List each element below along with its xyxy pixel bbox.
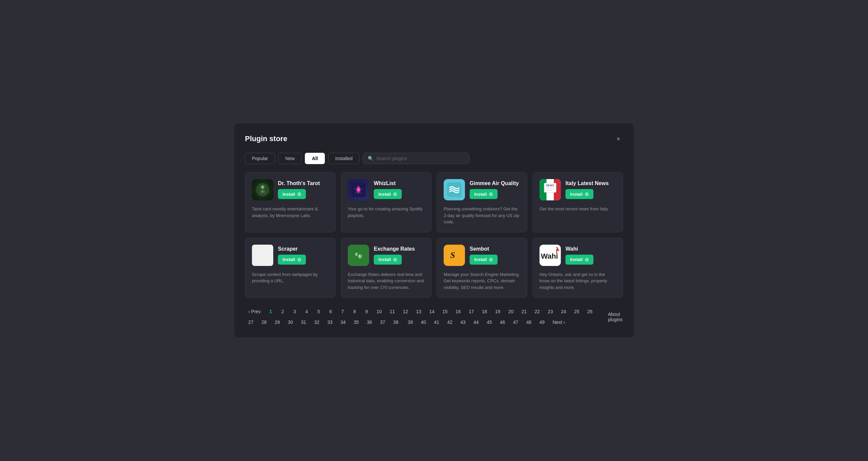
page-btn-11[interactable]: 11 xyxy=(386,307,398,316)
plugins-grid: Dr. Thoth's Tarot Install ⊙ Tarot card n… xyxy=(245,172,623,298)
install-button-whizlist[interactable]: Install ⊙ xyxy=(374,189,402,199)
page-btn-12[interactable]: 12 xyxy=(400,307,412,316)
page-btn-40[interactable]: 40 xyxy=(418,317,430,327)
plugin-icon-exchange: € $ xyxy=(348,245,369,266)
plugin-icon-scraper xyxy=(252,245,273,266)
page-btn-32[interactable]: 32 xyxy=(311,317,323,327)
filter-bar: Popular New All Installed 🔍 xyxy=(245,153,623,164)
page-btn-7[interactable]: 7 xyxy=(337,307,348,316)
page-btn-2[interactable]: 2 xyxy=(277,307,288,316)
modal-header: Plugin store × xyxy=(245,134,623,144)
page-btn-22[interactable]: 22 xyxy=(531,307,543,316)
plugin-name-wahi: Wahi xyxy=(565,246,593,252)
plugin-card-airquality: Gimmee Air Quality Install ⊙ Planning so… xyxy=(437,172,527,232)
page-btn-31[interactable]: 31 xyxy=(298,317,310,327)
page-btn-6[interactable]: 6 xyxy=(325,307,336,316)
svg-rect-19 xyxy=(252,245,273,266)
page-btn-36[interactable]: 36 xyxy=(364,317,375,327)
svg-point-6 xyxy=(261,186,264,188)
page-btn-34[interactable]: 34 xyxy=(337,317,349,327)
page-btn-39[interactable]: 39 xyxy=(404,317,416,327)
page-btn-30[interactable]: 30 xyxy=(285,317,297,327)
svg-point-8 xyxy=(357,188,360,191)
plugin-icon-sembot: S xyxy=(444,245,465,266)
filter-popular[interactable]: Popular xyxy=(245,153,275,164)
page-btn-27[interactable]: 27 xyxy=(245,317,257,327)
page-btn-20[interactable]: 20 xyxy=(505,307,517,316)
svg-text:€: € xyxy=(355,252,358,256)
plugin-icon-airquality xyxy=(444,179,465,201)
install-button-sembot[interactable]: Install ⊙ xyxy=(470,255,498,265)
download-icon: ⊙ xyxy=(297,191,301,197)
download-icon: ⊙ xyxy=(489,191,493,197)
about-plugins-link[interactable]: About plugins xyxy=(608,312,623,322)
page-btn-18[interactable]: 18 xyxy=(478,307,491,316)
prev-button[interactable]: ‹ Prev xyxy=(245,307,264,316)
page-btn-44[interactable]: 44 xyxy=(470,317,482,327)
close-button[interactable]: × xyxy=(614,134,623,144)
page-btn-46[interactable]: 46 xyxy=(497,317,508,327)
filter-new[interactable]: New xyxy=(278,153,302,164)
plugin-desc-tarot: Tarot card novelty entertainment & analy… xyxy=(252,206,329,219)
page-btn-42[interactable]: 42 xyxy=(444,317,456,327)
search-input[interactable] xyxy=(376,156,464,161)
page-btn-14[interactable]: 14 xyxy=(426,307,438,316)
install-button-exchange[interactable]: Install ⊙ xyxy=(374,255,402,265)
plugin-info-italynews: Italy Latest News Install ⊙ xyxy=(565,180,609,199)
page-btn-19[interactable]: 19 xyxy=(492,307,504,316)
install-button-tarot[interactable]: Install ⊙ xyxy=(278,189,306,199)
download-icon: ⊙ xyxy=(393,191,397,197)
page-btn-35[interactable]: 35 xyxy=(350,317,363,327)
page-btn-41[interactable]: 41 xyxy=(431,317,443,327)
plugin-name-whizlist: WhizList xyxy=(374,180,402,186)
page-btn-25[interactable]: 25 xyxy=(571,307,583,316)
page-btn-10[interactable]: 10 xyxy=(373,307,385,316)
plugin-header-tarot: Dr. Thoth's Tarot Install ⊙ xyxy=(252,179,329,201)
next-button[interactable]: Next › xyxy=(549,317,568,327)
page-btn-8[interactable]: 8 xyxy=(349,307,360,316)
page-btn-29[interactable]: 29 xyxy=(271,317,283,327)
page-btn-47[interactable]: 47 xyxy=(510,317,522,327)
install-button-airquality[interactable]: Install ⊙ xyxy=(470,189,498,199)
page-btn-48[interactable]: 48 xyxy=(523,317,535,327)
filter-installed[interactable]: Installed xyxy=(328,153,360,164)
svg-text:NEWS: NEWS xyxy=(546,184,554,187)
page-btn-15[interactable]: 15 xyxy=(439,307,451,316)
install-button-scraper[interactable]: Install ⊙ xyxy=(278,255,306,265)
plugin-icon-italynews: NEWS xyxy=(539,179,561,201)
plugin-header-wahi: Wahi Wahi Install ⊙ xyxy=(539,245,616,266)
plugin-icon-tarot xyxy=(252,179,273,201)
plugin-icon-whizlist xyxy=(348,179,369,201)
page-btn-33[interactable]: 33 xyxy=(324,317,336,327)
page-btn-37[interactable]: 37 xyxy=(377,317,389,327)
page-btn-28[interactable]: 28 xyxy=(258,317,270,327)
page-btn-17[interactable]: 17 xyxy=(465,307,477,316)
plugin-desc-wahi: Hey Ontario, ask and get so in the know … xyxy=(539,271,616,291)
page-btn-26[interactable]: 26 xyxy=(584,307,596,316)
page-btn-13[interactable]: 13 xyxy=(413,307,425,316)
page-btn-1[interactable]: 1 xyxy=(265,307,276,316)
download-icon: ⊙ xyxy=(489,257,493,262)
plugin-info-tarot: Dr. Thoth's Tarot Install ⊙ xyxy=(278,180,320,199)
plugin-icon-wahi: Wahi xyxy=(539,245,561,266)
page-btn-24[interactable]: 24 xyxy=(557,307,569,316)
install-button-italynews[interactable]: Install ⊙ xyxy=(565,189,593,199)
page-btn-21[interactable]: 21 xyxy=(518,307,530,316)
page-btn-49[interactable]: 49 xyxy=(536,317,548,327)
install-button-wahi[interactable]: Install ⊙ xyxy=(565,255,593,265)
page-btn-5[interactable]: 5 xyxy=(313,307,324,316)
plugin-name-airquality: Gimmee Air Quality xyxy=(470,180,519,186)
filter-all[interactable]: All xyxy=(305,153,325,164)
page-btn-16[interactable]: 16 xyxy=(452,307,464,316)
page-btn-38[interactable]: 38 xyxy=(390,317,402,327)
plugin-header-exchange: € $ Exchange Rates Install ⊙ xyxy=(348,245,424,266)
plugin-card-sembot: S Sembot Install ⊙ Manage your Search En… xyxy=(437,238,527,298)
download-icon: ⊙ xyxy=(393,257,397,262)
plugin-card-tarot: Dr. Thoth's Tarot Install ⊙ Tarot card n… xyxy=(245,172,336,232)
page-btn-45[interactable]: 45 xyxy=(483,317,495,327)
page-btn-9[interactable]: 9 xyxy=(361,307,372,316)
page-btn-43[interactable]: 43 xyxy=(457,317,469,327)
page-btn-3[interactable]: 3 xyxy=(289,307,300,316)
page-btn-23[interactable]: 23 xyxy=(545,307,556,316)
page-btn-4[interactable]: 4 xyxy=(301,307,312,316)
